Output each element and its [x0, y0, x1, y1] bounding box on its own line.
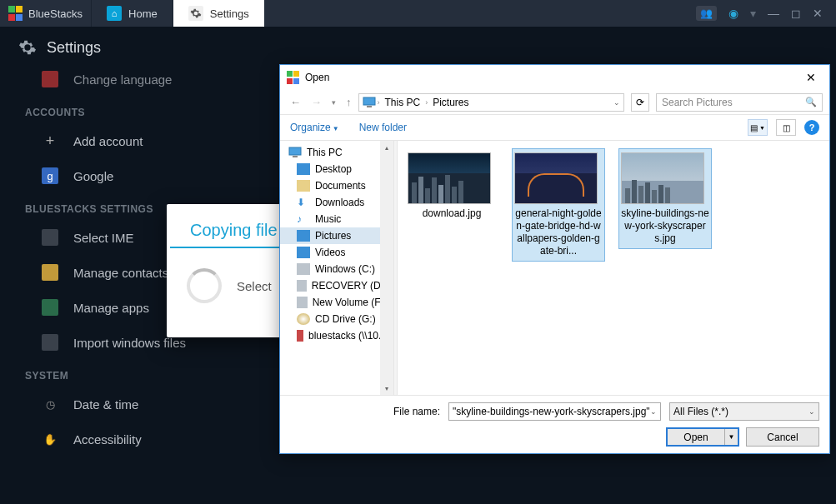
file-list: download.jpg general-night-golden-gate-b…	[398, 141, 829, 395]
clock-icon: ◷	[42, 396, 58, 412]
dialog-app-icon	[287, 71, 300, 84]
desktop-icon	[297, 163, 310, 175]
chevron-down-icon: ▼	[333, 125, 339, 132]
plus-icon: +	[42, 132, 58, 149]
tree-this-pc[interactable]: This PC	[280, 144, 393, 161]
dialog-nav: ← → ▾ ↑ › This PC › Pictures ⌄ ⟳ Search …	[280, 90, 829, 115]
tab-home-label: Home	[128, 7, 158, 20]
scroll-up-icon[interactable]: ▴	[380, 141, 393, 154]
dialog-close-button[interactable]: ✕	[799, 67, 823, 87]
breadcrumb[interactable]: › This PC › Pictures ⌄	[358, 93, 625, 112]
tree-label: Desktop	[315, 163, 352, 175]
tree-label: New Volume (F:)	[313, 297, 387, 308]
tree-ddrive[interactable]: RECOVERY (D:)	[280, 277, 393, 294]
google-label: Google	[73, 169, 113, 183]
file-item[interactable]: download.jpg	[406, 149, 498, 223]
svg-rect-3	[293, 156, 298, 157]
close-button[interactable]: ✕	[813, 7, 823, 20]
cancel-button[interactable]: Cancel	[746, 427, 819, 447]
copying-body-text: Select	[237, 279, 272, 293]
cancel-button-label: Cancel	[767, 432, 798, 443]
breadcrumb-dropdown-icon[interactable]: ⌄	[613, 98, 620, 107]
tree-music[interactable]: ♪Music	[280, 211, 393, 227]
tree-network[interactable]: bluestacks (\\10...	[280, 327, 393, 344]
organize-menu[interactable]: Organize▼	[290, 122, 339, 133]
filter-label: All Files (*.*)	[673, 406, 728, 417]
tab-settings[interactable]: Settings	[173, 0, 264, 27]
svg-rect-2	[289, 147, 301, 155]
file-name-input[interactable]: "skyline-buildings-new-york-skyscrapers.…	[448, 402, 661, 421]
gear-icon	[18, 38, 37, 57]
dialog-bottom: File name: "skyline-buildings-new-york-s…	[280, 395, 829, 453]
tree-videos[interactable]: Videos	[280, 244, 393, 261]
tree-desktop[interactable]: Desktop	[280, 161, 393, 177]
pc-icon	[288, 147, 302, 158]
tree-label: Windows (C:)	[315, 263, 375, 275]
nav-back-button[interactable]: ←	[287, 94, 304, 110]
tree-fdrive[interactable]: New Volume (F:)	[280, 294, 393, 311]
apps-icon	[42, 299, 58, 316]
change-language-label: Change language	[73, 72, 172, 87]
pictures-icon	[297, 230, 310, 242]
manage-apps-label: Manage apps	[73, 301, 149, 315]
file-name: download.jpg	[408, 207, 496, 220]
maximize-button[interactable]: ◻	[791, 7, 801, 20]
dialog-toolbar: Organize▼ New folder ▤ ▼ ◫ ?	[280, 115, 829, 140]
date-time-label: Date & time	[73, 397, 138, 412]
nav-forward-button[interactable]: →	[308, 94, 325, 110]
file-thumbnail	[621, 152, 704, 204]
contacts-icon	[42, 264, 58, 281]
file-item[interactable]: skyline-buildings-new-york-skyscrapers.j…	[619, 149, 711, 248]
nav-up-button[interactable]: ↑	[343, 94, 355, 110]
tree-downloads[interactable]: ⬇Downloads	[280, 194, 393, 211]
help-icon[interactable]: ?	[804, 120, 819, 135]
chevron-down-icon[interactable]: ▾	[750, 7, 756, 20]
tree-scrollbar[interactable]: ▴ ▾	[380, 141, 393, 395]
new-folder-button[interactable]: New folder	[359, 122, 407, 133]
organize-label: Organize	[290, 122, 331, 133]
open-button[interactable]: Open ▼	[666, 427, 739, 447]
drive-icon	[297, 263, 310, 275]
breadcrumb-sep-icon: ›	[425, 98, 428, 107]
breadcrumb-folder[interactable]: Pictures	[429, 97, 472, 108]
chevron-down-icon[interactable]: ⌄	[650, 407, 657, 416]
tab-home[interactable]: ⌂ Home	[91, 0, 173, 27]
language-icon	[42, 71, 58, 87]
bluestacks-titlebar: BlueStacks ⌂ Home Settings 👥 ◉ ▾ — ◻ ✕	[0, 0, 836, 27]
open-file-dialog: Open ✕ ← → ▾ ↑ › This PC › Pictures ⌄ ⟳ …	[279, 64, 830, 454]
tree-pictures[interactable]: Pictures	[280, 227, 393, 244]
view-options-button[interactable]: ▤ ▼	[748, 119, 768, 136]
dialog-titlebar: Open ✕	[280, 65, 829, 90]
select-ime-label: Select IME	[73, 231, 134, 245]
videos-icon	[297, 247, 310, 258]
tree-label: RECOVERY (D:)	[312, 280, 387, 292]
file-name: skyline-buildings-new-york-skyscrapers.j…	[621, 207, 709, 245]
file-type-filter[interactable]: All Files (*.*) ⌄	[669, 402, 819, 421]
minimize-button[interactable]: —	[768, 7, 779, 20]
window-controls: 👥 ◉ ▾ — ◻ ✕	[683, 6, 836, 21]
breadcrumb-root[interactable]: This PC	[382, 97, 424, 108]
tree-documents[interactable]: Documents	[280, 177, 393, 194]
location-icon[interactable]: ◉	[728, 7, 738, 20]
import-icon	[42, 334, 58, 351]
bluestacks-logo-icon	[8, 6, 23, 21]
search-placeholder: Search Pictures	[662, 97, 733, 108]
search-input[interactable]: Search Pictures 🔍	[656, 93, 823, 112]
friends-icon[interactable]: 👥	[696, 6, 717, 21]
drive-icon	[297, 280, 307, 292]
tab-settings-label: Settings	[210, 7, 249, 20]
chevron-down-icon: ⌄	[808, 407, 815, 416]
drive-icon	[297, 297, 308, 308]
file-thumbnail	[408, 152, 491, 204]
tree-gdrive[interactable]: CD Drive (G:)	[280, 311, 393, 327]
file-name-label: File name:	[393, 406, 440, 417]
refresh-button[interactable]: ⟳	[631, 93, 649, 112]
documents-icon	[297, 180, 310, 192]
preview-pane-button[interactable]: ◫	[776, 119, 796, 136]
network-drive-icon	[297, 330, 303, 342]
open-split-dropdown[interactable]: ▼	[724, 429, 738, 445]
scroll-down-icon[interactable]: ▾	[380, 382, 393, 395]
nav-recent-button[interactable]: ▾	[328, 97, 339, 108]
tree-cdrive[interactable]: Windows (C:)	[280, 261, 393, 277]
file-item[interactable]: general-night-golden-gate-bridge-hd-wall…	[513, 149, 604, 261]
